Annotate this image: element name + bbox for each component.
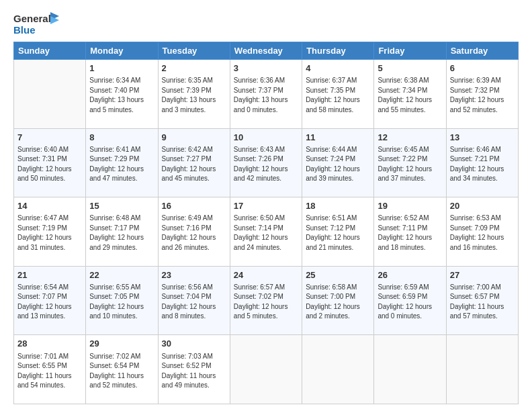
calendar-day-cell [230, 335, 302, 404]
day-info: Sunrise: 6:36 AMSunset: 7:37 PMDaylight:… [234, 76, 298, 115]
calendar-day-header: Thursday [302, 42, 374, 60]
day-number: 13 [450, 132, 515, 144]
day-info: Sunrise: 6:46 AMSunset: 7:21 PMDaylight:… [450, 145, 515, 184]
calendar-day-cell: 14Sunrise: 6:47 AMSunset: 7:19 PMDayligh… [14, 197, 86, 267]
calendar-day-cell: 5Sunrise: 6:38 AMSunset: 7:34 PMDaylight… [374, 60, 446, 129]
calendar-day-cell: 4Sunrise: 6:37 AMSunset: 7:35 PMDaylight… [302, 60, 374, 129]
day-number: 5 [378, 62, 442, 75]
page: GeneralBlue SundayMondayTuesdayWednesday… [0, 0, 532, 411]
calendar-day-cell: 8Sunrise: 6:41 AMSunset: 7:29 PMDaylight… [86, 128, 158, 197]
calendar-day-header: Tuesday [158, 42, 230, 60]
calendar-table: SundayMondayTuesdayWednesdayThursdayFrid… [13, 42, 519, 404]
day-info: Sunrise: 6:49 AMSunset: 7:16 PMDaylight:… [162, 214, 226, 253]
calendar-day-cell [302, 335, 374, 404]
day-info: Sunrise: 6:54 AMSunset: 7:07 PMDaylight:… [17, 283, 82, 322]
calendar-day-cell: 13Sunrise: 6:46 AMSunset: 7:21 PMDayligh… [446, 128, 518, 197]
day-info: Sunrise: 6:41 AMSunset: 7:29 PMDaylight:… [89, 145, 154, 184]
day-number: 22 [89, 269, 154, 281]
calendar-week-row: 7Sunrise: 6:40 AMSunset: 7:31 PMDaylight… [14, 128, 519, 197]
day-number: 9 [162, 132, 226, 144]
calendar-day-cell: 11Sunrise: 6:44 AMSunset: 7:24 PMDayligh… [302, 128, 374, 197]
day-number: 16 [162, 200, 226, 212]
day-number: 21 [17, 269, 82, 281]
day-number: 28 [17, 338, 82, 350]
calendar-day-cell: 27Sunrise: 7:00 AMSunset: 6:57 PMDayligh… [446, 266, 518, 335]
day-number: 20 [450, 200, 515, 212]
calendar-day-cell: 20Sunrise: 6:53 AMSunset: 7:09 PMDayligh… [446, 197, 518, 267]
day-number: 30 [162, 338, 226, 350]
calendar-day-header: Monday [86, 42, 158, 60]
day-info: Sunrise: 6:35 AMSunset: 7:39 PMDaylight:… [162, 76, 226, 115]
calendar-week-row: 14Sunrise: 6:47 AMSunset: 7:19 PMDayligh… [14, 197, 519, 267]
day-number: 29 [89, 338, 154, 350]
day-info: Sunrise: 7:01 AMSunset: 6:55 PMDaylight:… [17, 352, 82, 391]
day-number: 2 [162, 62, 226, 75]
header: GeneralBlue [13, 11, 519, 36]
calendar-day-cell [14, 60, 86, 129]
day-info: Sunrise: 6:39 AMSunset: 7:32 PMDaylight:… [450, 76, 515, 115]
day-number: 14 [17, 200, 82, 212]
logo-svg: GeneralBlue [13, 11, 60, 36]
day-number: 1 [89, 62, 154, 75]
calendar-day-cell: 19Sunrise: 6:52 AMSunset: 7:11 PMDayligh… [374, 197, 446, 267]
day-info: Sunrise: 6:56 AMSunset: 7:04 PMDaylight:… [162, 283, 226, 322]
day-info: Sunrise: 7:03 AMSunset: 6:52 PMDaylight:… [162, 352, 226, 391]
day-number: 6 [450, 62, 515, 75]
day-number: 7 [17, 132, 82, 144]
calendar-day-header: Saturday [446, 42, 518, 60]
calendar-day-cell: 24Sunrise: 6:57 AMSunset: 7:02 PMDayligh… [230, 266, 302, 335]
calendar-day-cell: 3Sunrise: 6:36 AMSunset: 7:37 PMDaylight… [230, 60, 302, 129]
svg-text:Blue: Blue [13, 24, 36, 36]
day-number: 15 [89, 200, 154, 212]
calendar-day-cell: 25Sunrise: 6:58 AMSunset: 7:00 PMDayligh… [302, 266, 374, 335]
day-info: Sunrise: 6:59 AMSunset: 6:59 PMDaylight:… [378, 283, 442, 322]
calendar-week-row: 21Sunrise: 6:54 AMSunset: 7:07 PMDayligh… [14, 266, 519, 335]
calendar-day-header: Sunday [14, 42, 86, 60]
calendar-day-cell: 26Sunrise: 6:59 AMSunset: 6:59 PMDayligh… [374, 266, 446, 335]
calendar-day-header: Friday [374, 42, 446, 60]
day-info: Sunrise: 6:47 AMSunset: 7:19 PMDaylight:… [17, 214, 82, 253]
logo: GeneralBlue [13, 11, 60, 36]
day-info: Sunrise: 6:45 AMSunset: 7:22 PMDaylight:… [378, 145, 442, 184]
day-info: Sunrise: 6:38 AMSunset: 7:34 PMDaylight:… [378, 76, 442, 115]
day-info: Sunrise: 6:48 AMSunset: 7:17 PMDaylight:… [89, 214, 154, 253]
day-info: Sunrise: 6:34 AMSunset: 7:40 PMDaylight:… [89, 76, 154, 115]
day-number: 11 [306, 132, 370, 144]
day-info: Sunrise: 7:02 AMSunset: 6:54 PMDaylight:… [89, 352, 154, 391]
day-number: 3 [234, 62, 298, 75]
calendar-day-cell: 1Sunrise: 6:34 AMSunset: 7:40 PMDaylight… [86, 60, 158, 129]
day-info: Sunrise: 6:44 AMSunset: 7:24 PMDaylight:… [306, 145, 370, 184]
day-info: Sunrise: 6:37 AMSunset: 7:35 PMDaylight:… [306, 76, 370, 115]
calendar-day-cell: 18Sunrise: 6:51 AMSunset: 7:12 PMDayligh… [302, 197, 374, 267]
day-info: Sunrise: 6:50 AMSunset: 7:14 PMDaylight:… [234, 214, 298, 253]
day-number: 4 [306, 62, 370, 75]
day-number: 18 [306, 200, 370, 212]
day-info: Sunrise: 6:40 AMSunset: 7:31 PMDaylight:… [17, 145, 82, 184]
calendar-day-cell: 2Sunrise: 6:35 AMSunset: 7:39 PMDaylight… [158, 60, 230, 129]
calendar-day-cell: 21Sunrise: 6:54 AMSunset: 7:07 PMDayligh… [14, 266, 86, 335]
day-number: 25 [306, 269, 370, 281]
calendar-day-cell: 29Sunrise: 7:02 AMSunset: 6:54 PMDayligh… [86, 335, 158, 404]
day-number: 12 [378, 132, 442, 144]
calendar-day-cell [374, 335, 446, 404]
day-number: 26 [378, 269, 442, 281]
calendar-day-header: Wednesday [230, 42, 302, 60]
calendar-day-cell: 23Sunrise: 6:56 AMSunset: 7:04 PMDayligh… [158, 266, 230, 335]
day-info: Sunrise: 7:00 AMSunset: 6:57 PMDaylight:… [450, 283, 515, 322]
day-number: 17 [234, 200, 298, 212]
day-info: Sunrise: 6:51 AMSunset: 7:12 PMDaylight:… [306, 214, 370, 253]
calendar-day-cell: 22Sunrise: 6:55 AMSunset: 7:05 PMDayligh… [86, 266, 158, 335]
svg-text:General: General [13, 13, 51, 24]
day-number: 23 [162, 269, 226, 281]
day-info: Sunrise: 6:55 AMSunset: 7:05 PMDaylight:… [89, 283, 154, 322]
day-number: 19 [378, 200, 442, 212]
calendar-week-row: 1Sunrise: 6:34 AMSunset: 7:40 PMDaylight… [14, 60, 519, 129]
calendar-day-cell: 28Sunrise: 7:01 AMSunset: 6:55 PMDayligh… [14, 335, 86, 404]
day-info: Sunrise: 6:43 AMSunset: 7:26 PMDaylight:… [234, 145, 298, 184]
calendar-day-cell: 17Sunrise: 6:50 AMSunset: 7:14 PMDayligh… [230, 197, 302, 267]
calendar-header-row: SundayMondayTuesdayWednesdayThursdayFrid… [14, 42, 519, 60]
day-info: Sunrise: 6:42 AMSunset: 7:27 PMDaylight:… [162, 145, 226, 184]
day-number: 27 [450, 269, 515, 281]
day-number: 10 [234, 132, 298, 144]
calendar-day-cell: 9Sunrise: 6:42 AMSunset: 7:27 PMDaylight… [158, 128, 230, 197]
